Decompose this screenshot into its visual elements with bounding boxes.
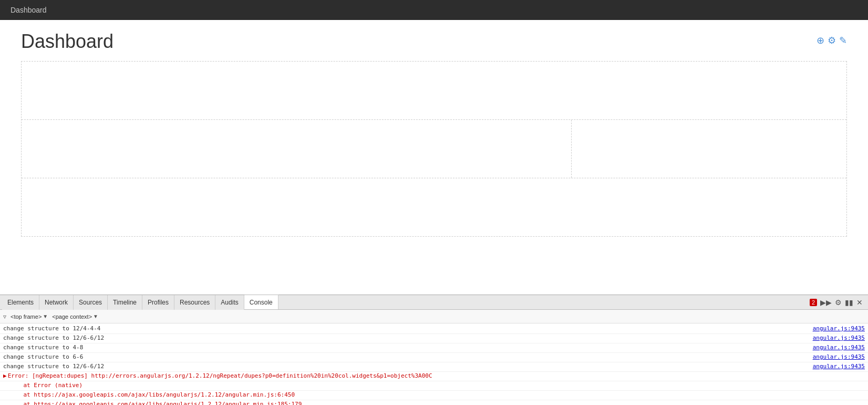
console-output: change structure to 12/4-4-4angular.js:9… (0, 323, 868, 405)
grid-cell-2-2 (572, 120, 846, 178)
settings-icon[interactable]: ⚙ (828, 35, 836, 46)
tab-elements[interactable]: Elements (2, 295, 39, 310)
grid-row-2 (22, 120, 846, 178)
toolbar-icons: ⊕ ⚙ ✎ (817, 35, 847, 46)
devtools-panel: Elements Network Sources Timeline Profil… (0, 295, 868, 405)
console-line-text: at https://ajax.googleapis.com/ajax/libs… (3, 391, 865, 398)
console-line-text: change structure to 6-6 (3, 353, 813, 360)
console-link[interactable]: angular.js:9435 (813, 344, 865, 351)
tab-timeline[interactable]: Timeline (108, 295, 142, 310)
page-heading-row: Dashboard ⊕ ⚙ ✎ (21, 31, 847, 53)
context-chevron: ▼ (93, 313, 98, 319)
console-link[interactable]: angular.js:9435 (813, 353, 865, 360)
close-devtools-icon[interactable]: ✕ (856, 298, 863, 307)
dashboard-grid (21, 61, 847, 237)
console-line-text: at Error (native) (3, 382, 865, 389)
console-link[interactable]: angular.js:9435 (813, 335, 865, 341)
tab-network[interactable]: Network (39, 295, 74, 310)
filter-icon[interactable]: ▿ (3, 313, 6, 320)
console-line-text: change structure to 4-8 (3, 344, 813, 351)
frame-selector[interactable]: <top frame> ▼ (11, 313, 48, 320)
grid-cell-3-1 (22, 178, 846, 236)
gear-settings-icon[interactable]: ⚙ (835, 298, 842, 307)
console-line: ▶Error: [ngRepeat:dupes] http://errors.a… (0, 372, 868, 381)
console-line: change structure to 4-8angular.js:9435 (0, 343, 868, 353)
grid-row-3 (22, 178, 846, 236)
devtools-right-icons: 2 ▶▶ ⚙ ▮▮ ✕ (810, 298, 866, 307)
tab-profiles[interactable]: Profiles (142, 295, 174, 310)
console-line: change structure to 12/6-6/12angular.js:… (0, 334, 868, 343)
tab-console[interactable]: Console (244, 295, 278, 309)
page-title: Dashboard (21, 31, 113, 53)
devtools-tab-bar: Elements Network Sources Timeline Profil… (0, 295, 868, 310)
expand-icon[interactable]: ▶▶ (820, 298, 832, 307)
grid-cell-2-1 (22, 120, 572, 178)
add-widget-icon[interactable]: ⊕ (817, 35, 824, 46)
console-line-text: change structure to 12/6-6/12 (3, 335, 813, 341)
grid-row-1 (22, 62, 846, 120)
console-line-text: at https://ajax.googleapis.com/ajax/libs… (3, 401, 865, 405)
top-nav: Dashboard (0, 0, 868, 20)
console-line: at https://ajax.googleapis.com/ajax/libs… (0, 400, 868, 405)
tab-resources[interactable]: Resources (174, 295, 215, 310)
console-line: change structure to 12/4-4-4angular.js:9… (0, 325, 868, 334)
console-line-text: Error: [ngRepeat:dupes] http://errors.an… (8, 372, 865, 379)
console-link[interactable]: angular.js:9435 (813, 325, 865, 332)
console-link[interactable]: angular.js:9435 (813, 363, 865, 370)
error-arrow-icon: ▶ (3, 372, 7, 379)
console-line: at https://ajax.googleapis.com/ajax/libs… (0, 391, 868, 400)
edit-icon[interactable]: ✎ (839, 35, 847, 46)
dock-icon[interactable]: ▮▮ (845, 298, 853, 307)
context-selector[interactable]: <page context> ▼ (52, 313, 98, 320)
nav-title: Dashboard (11, 6, 47, 14)
grid-cell-1-1 (22, 62, 846, 119)
console-line-text: change structure to 12/6-6/12 (3, 363, 813, 370)
console-line-text: change structure to 12/4-4-4 (3, 325, 813, 332)
error-count-badge: 2 (810, 299, 817, 306)
console-line: change structure to 12/6-6/12angular.js:… (0, 362, 868, 372)
console-line: at Error (native) (0, 381, 868, 391)
devtools-toolbar: ▿ <top frame> ▼ <page context> ▼ (0, 310, 868, 323)
tab-audits[interactable]: Audits (215, 295, 244, 310)
frame-chevron: ▼ (43, 313, 48, 319)
console-line: change structure to 6-6angular.js:9435 (0, 353, 868, 362)
tab-sources[interactable]: Sources (74, 295, 108, 310)
main-content: Dashboard ⊕ ⚙ ✎ (0, 20, 868, 266)
